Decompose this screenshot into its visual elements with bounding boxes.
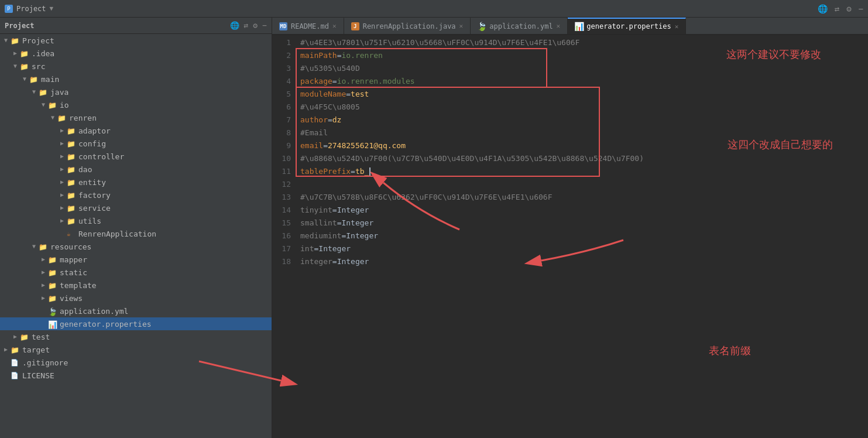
tree-label: .idea <box>32 49 54 58</box>
line-15-key: smallint <box>300 217 337 230</box>
tree-label: config <box>78 139 106 148</box>
tree-item[interactable]: ▶ 📁 test <box>0 330 272 343</box>
tree-label: static <box>60 268 87 277</box>
tree-item-generator[interactable]: 📊 generator.properties <box>0 317 272 330</box>
sidebar-expand-icon[interactable]: ⇄ <box>244 21 249 30</box>
line-7-eq: = <box>328 114 332 126</box>
tab-close-readme[interactable]: ✕ <box>332 22 337 30</box>
tree-item[interactable]: 📄 .gitignore <box>0 356 272 369</box>
tree-label: test <box>32 333 50 341</box>
project-title: Project <box>16 5 46 13</box>
cursor <box>369 167 370 176</box>
sidebar-icons: 🌐 ⇄ ⚙ − <box>230 21 267 30</box>
line-13-content: #\u7C7B\u578B\u8F6C\u6362\uFF0C\u914D\u7… <box>300 191 552 204</box>
tree-item[interactable]: ▶ 📁 factory <box>0 189 272 201</box>
tree-item[interactable]: ▶ 📁 utils <box>0 214 272 227</box>
tab-label-readme: README.md <box>291 22 329 30</box>
folder-icon: 📁 <box>48 256 57 263</box>
tree-arrow <box>59 230 66 237</box>
sidebar-settings-icon[interactable]: ⚙ <box>253 21 258 30</box>
prop-icon: 📊 <box>575 22 583 30</box>
tree-label: application.yml <box>60 307 128 316</box>
tree-item[interactable]: ▼ 📁 main <box>0 73 272 85</box>
tab-close-generator[interactable]: ✕ <box>675 23 679 30</box>
tree-item[interactable]: ☕ RenrenApplication <box>0 227 272 240</box>
tree-item[interactable]: ▶ 📁 entity <box>0 176 272 189</box>
minimize-icon[interactable]: − <box>859 4 863 13</box>
code-line-16: mediumint=Integer <box>300 230 868 242</box>
tab-renren[interactable]: J RenrenApplication.java ✕ <box>344 18 471 34</box>
split-icon[interactable]: ⇄ <box>835 4 839 13</box>
line-18-key: integer <box>300 255 332 268</box>
tree-label: renren <box>69 114 97 122</box>
line-numbers: 1 2 3 4 5 6 7 8 9 10 11 12 13 14 15 16 1… <box>272 35 296 438</box>
line-7-val: dz <box>332 114 342 126</box>
line-17-key: int <box>300 242 314 255</box>
tree-arrow <box>2 359 9 366</box>
tree-arrow: ▶ <box>40 295 47 302</box>
tree-label: utils <box>78 217 101 225</box>
folder-icon: 📁 <box>11 346 20 353</box>
tree-item[interactable]: 🍃 application.yml <box>0 304 272 317</box>
tree-label: adaptor <box>78 126 111 135</box>
tree-item[interactable]: ▶ 📁 dao <box>0 163 272 176</box>
sidebar-globe-icon[interactable]: 🌐 <box>230 21 239 30</box>
code-line-13: #\u7C7B\u578B\u8F6C\u6362\uFF0C\u914D\u7… <box>300 191 868 204</box>
tree-item[interactable]: 📄 LICENSE <box>0 369 272 382</box>
tree-item[interactable]: ▶ 📁 controller <box>0 150 272 163</box>
tree-label: RenrenApplication <box>78 230 156 238</box>
tree-item[interactable]: ▶ 📁 views <box>0 292 272 304</box>
tree-label: resources <box>50 242 91 251</box>
tree-item[interactable]: ▶ 📁 static <box>0 266 272 279</box>
tab-close-application[interactable]: ✕ <box>557 22 561 30</box>
title-controls: 🌐 ⇄ ⚙ − <box>818 4 863 13</box>
line-9-val: 2748255621@qq.com <box>328 139 406 152</box>
tree-arrow <box>40 320 47 327</box>
tree-arrow: ▶ <box>59 179 66 186</box>
tree-item[interactable]: ▼ 📁 io <box>0 98 272 111</box>
tree-item[interactable]: ▶ 📁 mapper <box>0 253 272 266</box>
line-14-val: Integer <box>337 204 369 217</box>
code-line-15: smallint=Integer <box>300 217 868 230</box>
folder-icon: 📁 <box>67 204 76 211</box>
tree-item[interactable]: ▶ 📁 target <box>0 343 272 356</box>
tree-item[interactable]: ▼ 📁 renren <box>0 111 272 124</box>
tree-item[interactable]: ▶ 📁 adaptor <box>0 124 272 137</box>
line-9-key: email <box>300 139 323 152</box>
line-6-content: #\u4F5C\u8005 <box>300 101 360 114</box>
tree-label: .gitignore <box>22 358 68 367</box>
tree-item[interactable]: ▼ 📁 java <box>0 85 272 98</box>
folder-icon: 📁 <box>67 191 76 199</box>
tree-arrow: ▶ <box>59 127 66 134</box>
tree-item[interactable]: ▶ 📁 .idea <box>0 47 272 60</box>
globe-icon[interactable]: 🌐 <box>818 4 828 13</box>
code-line-14: tinyint=Integer <box>300 204 868 217</box>
tree-item[interactable]: ▶ 📁 config <box>0 137 272 150</box>
tree-item[interactable]: ▼ 📁 resources <box>0 240 272 253</box>
tabs-bar: MD README.md ✕ J RenrenApplication.java … <box>272 18 868 35</box>
settings-icon[interactable]: ⚙ <box>846 4 851 13</box>
tree-item[interactable]: ▶ 📁 template <box>0 279 272 292</box>
code-area[interactable]: #\u4EE3\u7801\u751F\u6210\u5668\uFF0C\u9… <box>296 35 868 438</box>
title-dropdown-icon[interactable]: ▼ <box>50 5 54 12</box>
tree-item[interactable]: ▶ 📁 service <box>0 201 272 214</box>
sidebar-close-icon[interactable]: − <box>262 21 267 30</box>
tab-readme[interactable]: MD README.md ✕ <box>272 18 344 34</box>
md-icon: MD <box>279 22 287 30</box>
prop-file-icon: 📊 <box>48 320 57 327</box>
main-layout: Project 🌐 ⇄ ⚙ − ▼ 📁 Project ▶ 📁 .idea ▼ … <box>0 18 868 438</box>
tab-application[interactable]: 🍃 application.yml ✕ <box>471 18 568 34</box>
tree-item[interactable]: ▼ 📁 Project <box>0 34 272 47</box>
tree-item[interactable]: ▼ 📁 src <box>0 60 272 73</box>
tab-close-renren[interactable]: ✕ <box>459 22 464 30</box>
sidebar-title: Project <box>5 22 35 30</box>
tree-label: src <box>32 62 45 71</box>
code-line-2: mainPath=io.renren <box>300 49 868 62</box>
tree-label-generator: generator.properties <box>60 320 152 328</box>
line-2-val: io.renren <box>341 49 382 62</box>
tab-generator[interactable]: 📊 generator.properties ✕ <box>568 18 686 34</box>
tree-label: controller <box>78 152 124 161</box>
tree-arrow: ▶ <box>40 282 47 289</box>
line-12-content <box>300 178 305 191</box>
folder-icon: 📁 <box>67 217 76 224</box>
